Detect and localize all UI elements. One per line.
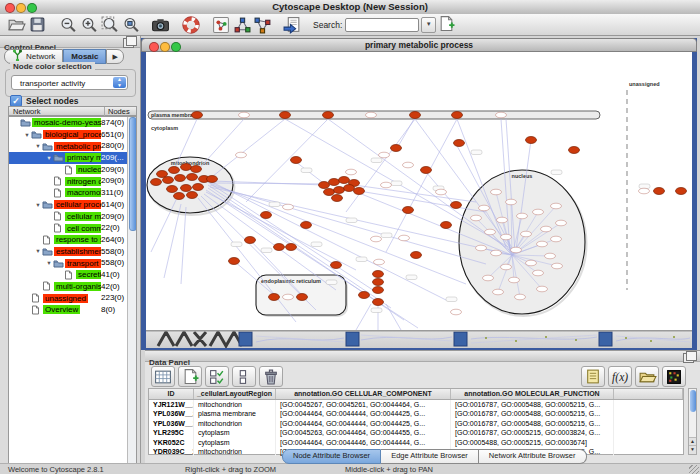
tree-row-primary-metabo[interactable]: ▼primary metabo209(... (9, 152, 136, 164)
graph-node-unselected[interactable] (491, 189, 502, 195)
graph-node-unselected[interactable] (283, 294, 294, 300)
graph-node-unselected[interactable] (552, 263, 563, 269)
cell[interactable]: [GO:0016787, GO:0005215, GO:0003824, G..… (451, 428, 614, 437)
float-panel-icon[interactable] (123, 38, 134, 48)
graph-node-unselected[interactable] (537, 286, 548, 292)
graph-node-selected[interactable] (334, 187, 345, 194)
delete-attribute-button[interactable] (259, 366, 283, 387)
graph-node-selected[interactable] (245, 237, 256, 244)
graph-node-unselected[interactable] (436, 189, 447, 195)
cell[interactable]: YDR039C__1 (149, 447, 194, 456)
column-header-2[interactable]: annotation.GO CELLULAR_COMPONENT (276, 389, 451, 399)
search-dropdown-button[interactable]: ▼ (421, 17, 436, 33)
graph-node-selected[interactable] (319, 182, 330, 189)
graph-node-selected[interactable] (301, 222, 312, 229)
graph-node-unselected[interactable] (501, 264, 512, 270)
graph-node-selected[interactable] (181, 164, 192, 171)
cell[interactable]: [GO:0044464, GO:0044446, GO:0044444, G..… (276, 438, 451, 447)
tree-row-overview[interactable]: Overview8(0) (9, 304, 136, 316)
graph-node-unselected[interactable] (451, 309, 462, 315)
overview-icon[interactable] (210, 15, 231, 34)
graph-node-selected[interactable] (373, 279, 384, 286)
graph-node-selected[interactable] (410, 112, 421, 119)
column-header-0[interactable]: ID (149, 389, 194, 399)
graph-node-selected[interactable] (569, 147, 580, 154)
new-attribute-button[interactable] (178, 366, 202, 387)
column-header-3[interactable]: annotation.GO MOLECULAR_FUNCTION (451, 389, 614, 399)
graph-node-unselected[interactable] (491, 250, 502, 256)
expand-triangle-icon[interactable]: ▼ (23, 132, 31, 138)
cell[interactable]: [GO:0016787, GO:0005488, GO:0005215, G..… (451, 400, 614, 409)
layout-2-icon[interactable] (252, 15, 273, 34)
graph-node-unselected[interactable] (381, 182, 392, 188)
graph-node-selected[interactable] (187, 192, 198, 199)
tab-edge-attribute-browser[interactable]: Edge Attribute Browser (381, 449, 479, 464)
graph-node-unselected[interactable] (497, 217, 508, 223)
cell[interactable]: [GO:0016787, GO:0005488, GO:0005215, G..… (451, 409, 614, 418)
graph-node-selected[interactable] (175, 175, 186, 182)
tree-col-nodes[interactable]: Nodes (104, 107, 130, 116)
graph-node-unselected[interactable] (283, 204, 294, 210)
cell[interactable]: YPL036W__1 (149, 419, 194, 428)
tree-row-unassigned[interactable]: unassigned223(0) (9, 292, 136, 304)
graph-node-unselected[interactable] (239, 112, 250, 118)
graph-node-selected[interactable] (207, 176, 218, 183)
tree-row-cellular-metabo[interactable]: cellular metabo209(0) (9, 211, 136, 223)
graph-node-selected[interactable] (676, 188, 687, 195)
zoom-selected-icon[interactable] (120, 15, 141, 34)
import-network-icon[interactable] (282, 15, 303, 34)
graph-node-selected[interactable] (174, 193, 185, 200)
graph-node-unselected[interactable] (403, 162, 414, 168)
graph-node-selected[interactable] (339, 177, 350, 184)
graph-node-unselected[interactable] (517, 213, 528, 219)
graph-node-selected[interactable] (274, 244, 285, 251)
column-header-1[interactable]: _cellularLayoutRegion (194, 389, 276, 399)
graph-node-selected[interactable] (297, 294, 308, 301)
graph-node-selected[interactable] (151, 179, 162, 186)
expand-triangle-icon[interactable]: ▼ (34, 248, 42, 254)
notes-button[interactable] (581, 366, 605, 387)
graph-node-unselected[interactable] (471, 215, 482, 221)
graph-node-selected[interactable] (291, 157, 302, 164)
table-row-YPL036W__1[interactable]: YPL036W__1mitochondrion[GO:0044464, GO:0… (149, 419, 683, 428)
graph-node-selected[interactable] (286, 244, 297, 251)
graph-node-selected[interactable] (167, 186, 178, 193)
zoom-in-icon[interactable] (78, 15, 99, 34)
graph-node-selected[interactable] (193, 184, 204, 191)
graph-node-unselected[interactable] (515, 294, 526, 300)
graph-node-selected[interactable] (280, 112, 291, 119)
table-row-YPL036W__2[interactable]: YPL036W__2plasma membrane[GO:0044464, GO… (149, 409, 683, 418)
frame-titlebar[interactable]: primary metabolic process (141, 38, 697, 52)
graph-node-unselected[interactable] (533, 209, 544, 215)
graph-node-unselected[interactable] (551, 203, 562, 209)
network-canvas[interactable]: plasma membranecytoplasmmitochondrionnuc… (146, 52, 692, 330)
graph-node-unselected[interactable] (639, 188, 650, 194)
expand-triangle-icon[interactable]: ▼ (45, 260, 53, 266)
tree-row-macromolecule[interactable]: macromolecule311(0) (9, 187, 136, 199)
graph-node-unselected[interactable] (551, 236, 562, 242)
tree-col-network[interactable]: Network (13, 107, 41, 116)
graph-node-selected[interactable] (191, 166, 202, 173)
tab-network-attribute-browser[interactable]: Network Attribute Browser (479, 449, 587, 464)
graph-node-unselected[interactable] (533, 270, 544, 276)
graph-node-selected[interactable] (359, 292, 370, 299)
graph-node-selected[interactable] (261, 212, 272, 219)
graph-node-selected[interactable] (332, 195, 343, 202)
expand-triangle-icon[interactable]: ▼ (34, 202, 42, 208)
graph-node-selected[interactable] (323, 112, 334, 119)
tree-row-cellular-process[interactable]: ▼cellular process614(0) (9, 199, 136, 211)
tree-row-biological-process[interactable]: ▼biological_process651(0) (9, 129, 136, 141)
graph-node-selected[interactable] (324, 189, 335, 196)
cell[interactable]: YLR295C (149, 428, 194, 437)
graph-node-selected[interactable] (452, 112, 463, 119)
scroll-down-arrow[interactable]: ▼ (689, 445, 696, 454)
graph-node-selected[interactable] (329, 179, 340, 186)
graph-node-unselected[interactable] (379, 152, 390, 158)
cell[interactable]: YKR052C (149, 438, 194, 447)
cell[interactable]: [GO:0044464, GO:0044444, GO:0044425, G..… (276, 419, 451, 428)
graph-node-unselected[interactable] (366, 112, 377, 118)
graph-node-unselected[interactable] (556, 220, 567, 226)
float-data-panel-icon[interactable] (683, 353, 694, 363)
graph-node-unselected[interactable] (496, 112, 507, 118)
expand-triangle-icon[interactable]: ▼ (34, 143, 42, 149)
